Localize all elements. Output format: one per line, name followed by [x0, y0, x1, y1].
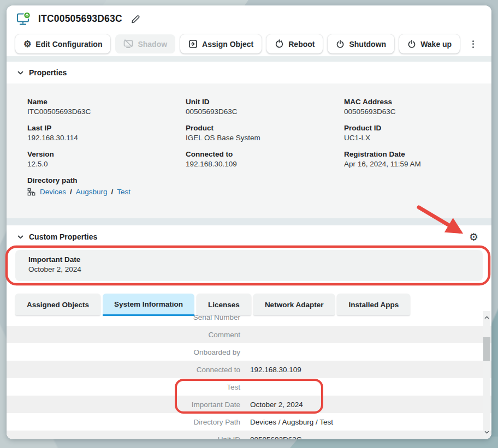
- property-field-directory-path: Directory path Devices / Augsburg / Test: [27, 176, 481, 196]
- shutdown-button[interactable]: Shutdown: [328, 34, 394, 53]
- property-field-name: Name ITC00505693D63C: [27, 98, 186, 116]
- table-row-test: Test: [7, 378, 491, 396]
- property-field-product-id: Product ID UC1-LX: [344, 124, 481, 142]
- card-header: ITC00505693D63C: [7, 5, 491, 32]
- property-field-unit-id: Unit ID 00505693D63C: [186, 98, 344, 116]
- custom-properties-section-title: Custom Properties: [29, 232, 97, 241]
- table-row-onboarded-by: Onboarded by: [7, 343, 491, 361]
- property-field-version: Version 12.5.0: [27, 150, 186, 168]
- assign-object-button[interactable]: Assign Object: [180, 34, 262, 53]
- tab-installed-apps[interactable]: Installed Apps: [337, 294, 410, 315]
- breadcrumb: Devices / Augsburg / Test: [27, 188, 481, 196]
- custom-property-label: Important Date: [28, 255, 470, 264]
- custom-property-panel: Important Date October 2, 2024: [15, 250, 483, 281]
- tab-network-adapter[interactable]: Network Adapter: [253, 294, 335, 315]
- table-row-unit-id: Unit ID 00505693D63C: [7, 431, 491, 439]
- custom-properties-content: Important Date October 2, 2024: [7, 248, 491, 284]
- scroll-up-icon[interactable]: [483, 313, 490, 321]
- detail-tabs: Assigned Objects System Information Lice…: [15, 294, 410, 316]
- device-status-icon: [16, 11, 32, 26]
- shadow-monitor-icon: [123, 39, 133, 49]
- property-field-mac-address: MAC Address 00505693D63C: [344, 98, 481, 116]
- tab-system-information[interactable]: System Information: [103, 294, 194, 316]
- custom-properties-section-header[interactable]: Custom Properties ⚙: [7, 225, 491, 248]
- property-field-connected-to: Connected to 192.168.30.109: [186, 150, 344, 168]
- scroll-down-icon[interactable]: [483, 428, 490, 436]
- action-toolbar: ⚙ Edit Configuration Shadow Assign Objec…: [7, 32, 491, 56]
- system-information-table: Serial Number Comment Onboarded by Conne…: [7, 311, 491, 439]
- table-row-important-date: Important Date October 2, 2024: [7, 396, 491, 413]
- scrollbar-thumb[interactable]: [483, 337, 490, 361]
- table-row-connected-to: Connected to 192.168.30.109: [7, 361, 491, 378]
- table-scrollbar[interactable]: [483, 311, 490, 439]
- tab-licenses[interactable]: Licenses: [197, 294, 251, 315]
- property-field-product: Product IGEL OS Base System: [186, 124, 344, 142]
- more-actions-icon[interactable]: [466, 38, 479, 51]
- tab-assigned-objects[interactable]: Assigned Objects: [15, 294, 100, 315]
- property-field-last-ip: Last IP 192.168.30.114: [27, 124, 186, 142]
- tree-icon: [27, 188, 40, 196]
- table-row-comment: Comment: [7, 326, 491, 343]
- custom-properties-settings-gear-icon[interactable]: ⚙: [469, 232, 478, 242]
- power-icon: [407, 40, 416, 49]
- power-icon: [336, 40, 345, 49]
- breadcrumb-link-test[interactable]: Test: [117, 188, 131, 196]
- reboot-button[interactable]: Reboot: [266, 34, 323, 53]
- properties-content: Name ITC00505693D63C Unit ID 00505693D63…: [7, 83, 491, 218]
- wake-up-button[interactable]: Wake up: [399, 34, 460, 53]
- properties-section-header[interactable]: Properties: [7, 62, 491, 83]
- shadow-button[interactable]: Shadow: [115, 34, 175, 53]
- breadcrumb-link-devices[interactable]: Devices: [40, 188, 66, 196]
- edit-configuration-button[interactable]: ⚙ Edit Configuration: [15, 34, 110, 53]
- reboot-icon: [275, 39, 284, 49]
- device-detail-card: ITC00505693D63C ⚙ Edit Configuration Sha…: [7, 5, 491, 439]
- section-divider: [7, 56, 491, 62]
- chevron-down-icon: [17, 71, 23, 75]
- properties-section-title: Properties: [29, 68, 67, 77]
- section-divider: [7, 218, 491, 225]
- breadcrumb-link-augsburg[interactable]: Augsburg: [76, 188, 108, 196]
- edit-pencil-icon[interactable]: [131, 14, 140, 23]
- table-row-directory-path: Directory Path Devices / Augsburg / Test: [7, 413, 491, 431]
- gear-icon: ⚙: [23, 40, 31, 49]
- custom-property-value: October 2, 2024: [28, 265, 470, 273]
- assign-object-icon: [188, 39, 198, 49]
- chevron-down-icon: [17, 235, 23, 239]
- page-title: ITC00505693D63C: [38, 13, 122, 25]
- property-field-registration-date: Registration Date Apr 16, 2024, 11:59 AM: [344, 150, 481, 168]
